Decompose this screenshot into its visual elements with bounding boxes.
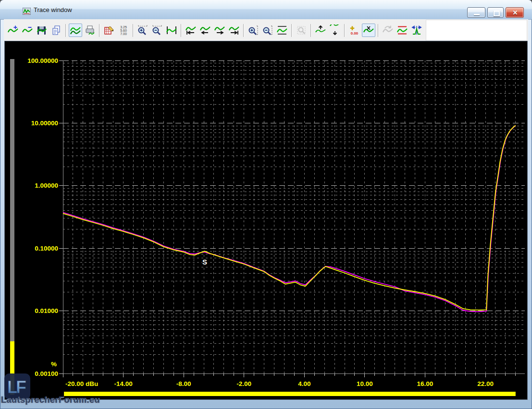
zoom-out-x-button[interactable] (150, 24, 164, 37)
y-axis-label: 10.00000 (31, 120, 58, 127)
edit-values-button[interactable] (102, 24, 116, 37)
toolbar: 3.255.607.00 0.00 (4, 19, 528, 41)
close-icon: ✕ (512, 10, 519, 16)
limit-lines-button[interactable] (396, 24, 409, 37)
zoom-out-y-icon (262, 24, 273, 36)
window-title: Trace window (34, 6, 72, 13)
thd-vs-level-chart[interactable]: 100.0000010.000001.000000.100000.010000.… (5, 41, 527, 399)
overlay-prev-icon (382, 24, 394, 36)
x-axis-label: 4.00 (298, 380, 310, 387)
x-axis-label: 22.00 (477, 380, 494, 387)
pan-left-icon (199, 24, 211, 36)
maximize-button[interactable] (487, 7, 504, 18)
x-axis-label: -8.00 (176, 380, 191, 387)
fit-y-button[interactable] (275, 24, 289, 37)
y-axis-label: 0.01000 (35, 307, 58, 314)
toolbar-separator (181, 24, 182, 37)
zoom-out-y-button[interactable] (261, 24, 274, 37)
y-axis-label: 0.00100 (35, 370, 58, 377)
minimize-icon (474, 14, 480, 15)
svg-text:LF: LF (7, 377, 26, 397)
x-axis-label: -2.00 (236, 380, 251, 387)
free-cursor-button (295, 24, 308, 37)
maximize-icon (494, 11, 500, 16)
toolbar-empty-area (426, 20, 527, 41)
toolbar-separator (65, 24, 66, 37)
svg-text:0.00: 0.00 (351, 31, 359, 36)
copy-curve-icon (50, 24, 62, 36)
close-button[interactable]: ✕ (506, 7, 524, 18)
show-all-curves-icon (70, 24, 81, 36)
pan-right-icon (214, 24, 225, 36)
pan-right-end-button[interactable] (227, 24, 241, 37)
remove-curve-icon (22, 24, 33, 36)
svg-text:3.25: 3.25 (120, 25, 127, 29)
value-list-button[interactable]: 3.255.607.00 (117, 24, 130, 37)
sweep-progress-bar (64, 392, 516, 396)
pan-right-button[interactable] (213, 24, 226, 37)
toolbar-separator (133, 24, 134, 37)
pan-left-end-button[interactable] (184, 24, 198, 37)
caption-buttons: ✕ (467, 7, 524, 18)
watermark-text: LautsprecherForum.eu (1, 395, 100, 405)
zoom-out-x-icon (151, 24, 163, 36)
lr-cursor-button[interactable] (410, 24, 423, 37)
toolbar-separator (99, 24, 100, 37)
marker-zero-icon: 0.00 (348, 24, 360, 36)
minimize-button[interactable] (467, 7, 485, 18)
level-meter-upper (10, 59, 14, 341)
level-meter (10, 59, 14, 395)
zoom-in-y-icon (247, 24, 259, 36)
x-axis-label: 10.00 (357, 380, 373, 387)
titlebar[interactable]: Trace window ✕ (0, 0, 532, 20)
shift-down-icon (329, 24, 341, 36)
limit-lines-icon (396, 24, 408, 36)
fit-x-icon (166, 24, 177, 36)
shift-up-button[interactable] (314, 24, 327, 37)
marker-zero-button[interactable]: 0.00 (347, 24, 361, 37)
fit-y-icon (276, 24, 288, 36)
y-axis-label: 1.00000 (35, 182, 58, 189)
x-axis-label: -20.00 dBu (65, 380, 98, 387)
trace-window: Trace window ✕ 3.255.607.00 0.00 100.000… (0, 0, 532, 409)
save-curve-button[interactable] (35, 24, 49, 37)
zoom-in-x-icon (137, 24, 148, 36)
toolbar-separator (310, 24, 311, 37)
pan-left-button[interactable] (198, 24, 212, 37)
svg-text:7.00: 7.00 (120, 32, 127, 36)
y-axis-label: 100.00000 (27, 57, 58, 64)
save-curve-icon (36, 24, 48, 36)
shift-up-icon (315, 24, 326, 36)
lr-cursor-icon (411, 24, 422, 36)
zoom-in-y-button[interactable] (247, 24, 260, 37)
add-curve-button[interactable] (6, 24, 20, 37)
print-curve-icon (84, 24, 96, 36)
x-axis-label: 16.00 (417, 380, 433, 387)
toolbar-separator (291, 24, 292, 37)
x-axis-label: -14.00 (114, 380, 132, 387)
zoom-in-x-button[interactable] (136, 24, 149, 37)
add-curve-icon (7, 24, 19, 36)
pan-left-end-icon (185, 24, 197, 36)
free-cursor-icon (296, 24, 307, 36)
toolbar-separator (344, 24, 345, 37)
delta-marker-button[interactable] (362, 24, 375, 37)
shift-down-button[interactable] (328, 24, 342, 37)
toolbar-separator (243, 24, 244, 37)
toolbar-separator (378, 24, 379, 37)
app-icon (23, 8, 31, 15)
sweep-cursor-marker[interactable]: S (202, 258, 207, 266)
overlay-prev-button (381, 24, 395, 37)
fit-x-button[interactable] (165, 24, 178, 37)
pan-right-end-icon (228, 24, 240, 36)
y-axis-unit: % (51, 361, 57, 368)
svg-text:5.60: 5.60 (120, 29, 127, 32)
remove-curve-button[interactable] (21, 24, 34, 37)
copy-curve-button[interactable] (49, 24, 63, 37)
value-list-icon: 3.255.607.00 (118, 24, 129, 36)
delta-marker-icon (363, 24, 374, 36)
y-axis-label: 0.10000 (35, 245, 58, 252)
edit-values-icon (103, 24, 115, 36)
print-curve-button[interactable] (83, 24, 97, 37)
show-all-curves-button[interactable] (69, 24, 82, 37)
